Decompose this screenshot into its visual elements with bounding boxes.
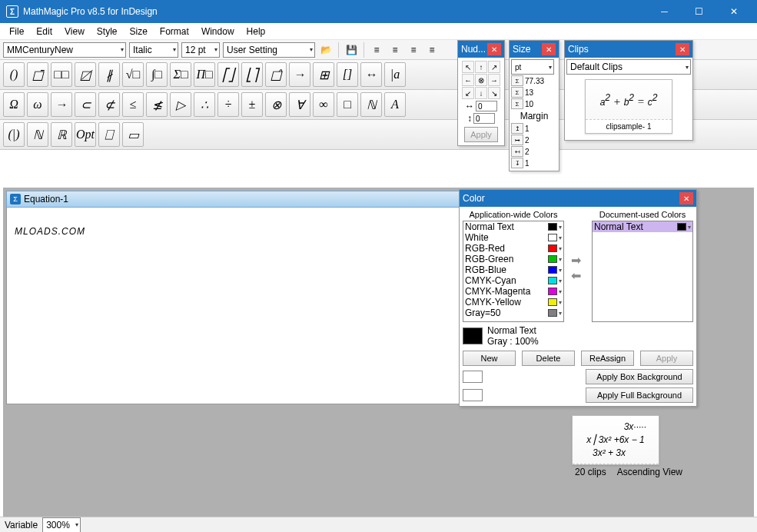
palette-button[interactable]: ⊂ — [75, 92, 96, 117]
move-left-icon[interactable]: ⬅ — [571, 268, 585, 279]
palette-button[interactable]: ∦ — [98, 62, 120, 87]
palette-button[interactable]: □□ — [51, 62, 72, 87]
align-justify-icon[interactable]: ≡ — [424, 42, 440, 58]
menu-help[interactable]: Help — [241, 25, 272, 38]
apply-full-bg-button[interactable]: Apply Full Background — [586, 387, 693, 403]
document-titlebar[interactable]: Σ Equation-1 — [6, 191, 490, 208]
palette-button[interactable]: ≰ — [146, 92, 168, 117]
size-close-icon[interactable]: ✕ — [542, 43, 556, 55]
doc-colors-list[interactable]: Normal Text▾ — [592, 221, 693, 322]
palette-button[interactable]: ⊄ — [98, 92, 120, 117]
align-center-icon[interactable]: ≡ — [387, 42, 403, 58]
color-list-item[interactable]: White▾ — [463, 232, 563, 243]
nudge-v-input[interactable] — [473, 113, 495, 124]
move-right-icon[interactable]: ➡ — [571, 253, 585, 264]
color-close-icon[interactable]: ✕ — [679, 192, 693, 204]
menu-file[interactable]: File — [3, 25, 30, 38]
palette-button[interactable]: ℕ — [360, 92, 382, 117]
palette-button[interactable]: ∀ — [289, 92, 310, 117]
menu-window[interactable]: Window — [195, 25, 241, 38]
palette-button[interactable]: ↔ — [360, 62, 382, 87]
palette-button[interactable]: ▷ — [170, 92, 191, 117]
palette-button[interactable]: ∞ — [313, 92, 334, 117]
nudge-ne-icon[interactable]: ↗ — [488, 61, 500, 73]
menu-edit[interactable]: Edit — [30, 25, 58, 38]
palette-button[interactable]: □̸ — [75, 62, 96, 87]
palette-button[interactable]: ⎣⎤ — [241, 62, 263, 87]
size-unit-dropdown[interactable]: pt — [511, 59, 554, 75]
palette-button[interactable]: → — [289, 62, 310, 87]
palette-button[interactable]: Π□ — [194, 62, 215, 87]
open-icon[interactable]: 📂 — [318, 42, 334, 58]
palette-button[interactable]: ▭ — [122, 122, 144, 147]
align-left-icon[interactable]: ≡ — [369, 42, 384, 58]
size-row-icon[interactable]: Σ — [511, 98, 523, 109]
color-reassign-button[interactable]: ReAssign — [581, 351, 634, 366]
size-row-icon[interactable]: Σ — [511, 87, 523, 98]
palette-button[interactable]: [] — [337, 62, 358, 87]
clips-set-dropdown[interactable]: Default Clips — [566, 59, 691, 75]
palette-button[interactable]: ∫□ — [146, 62, 168, 87]
margin-row-icon[interactable]: ↦ — [511, 135, 523, 145]
palette-button[interactable]: ⊞ — [313, 62, 334, 87]
nudge-apply-button[interactable]: Apply — [464, 127, 498, 142]
align-right-icon[interactable]: ≡ — [406, 42, 421, 58]
color-delete-button[interactable]: Delete — [522, 351, 575, 366]
palette-button[interactable]: □̂ — [265, 62, 287, 87]
palette-button[interactable]: √□ — [122, 62, 144, 87]
nudge-center-icon[interactable]: ⊗ — [475, 74, 487, 86]
menu-view[interactable]: View — [58, 25, 91, 38]
color-list-item[interactable]: RGB-Red▾ — [463, 243, 563, 254]
palette-button[interactable]: → — [51, 92, 72, 117]
palette-button[interactable]: ⎕ — [98, 122, 120, 147]
palette-button[interactable]: ± — [241, 92, 263, 117]
nudge-sw-icon[interactable]: ↙ — [462, 87, 474, 99]
palette-button[interactable]: □̄ — [27, 62, 48, 87]
nudge-s-icon[interactable]: ↓ — [475, 87, 487, 99]
color-apply-button[interactable]: Apply — [640, 351, 693, 366]
clips-close-icon[interactable]: ✕ — [676, 43, 689, 55]
color-list-item[interactable]: RGB-Blue▾ — [463, 264, 563, 275]
palette-button[interactable]: ω — [27, 92, 48, 117]
palette-button[interactable]: () — [3, 62, 25, 87]
color-new-button[interactable]: New — [463, 351, 516, 366]
menu-style[interactable]: Style — [91, 25, 124, 38]
maximize-button[interactable]: ☐ — [682, 0, 716, 23]
palette-button[interactable]: ℝ — [51, 122, 72, 147]
fontstyle-dropdown[interactable]: Italic — [129, 42, 178, 58]
palette-button[interactable]: □ — [337, 92, 358, 117]
palette-button[interactable]: |a — [384, 62, 406, 87]
palette-button[interactable]: ⎡⎦ — [217, 62, 239, 87]
palette-button[interactable]: ≤ — [122, 92, 144, 117]
palette-button[interactable]: ⊗ — [265, 92, 287, 117]
palette-button[interactable]: Ω — [3, 92, 25, 117]
palette-button[interactable]: (|) — [3, 122, 25, 147]
font-dropdown[interactable]: MMCenturyNew — [3, 42, 126, 58]
palette-button[interactable]: Σ□ — [170, 62, 191, 87]
nudge-titlebar[interactable]: Nud... ✕ — [458, 41, 504, 58]
zoom-dropdown[interactable]: 300% — [42, 517, 81, 533]
color-list-item[interactable]: Normal Text▾ — [463, 221, 563, 232]
clips-titlebar[interactable]: Clips ✕ — [565, 41, 692, 58]
app-colors-list[interactable]: Normal Text▾White▾RGB-Red▾RGB-Green▾RGB-… — [463, 221, 564, 322]
size-titlebar[interactable]: Size ✕ — [510, 41, 559, 58]
minimize-button[interactable]: ─ — [647, 0, 682, 23]
preset-dropdown[interactable]: User Setting — [223, 42, 315, 58]
document-editor[interactable]: MLOADS.COM ▴ ▾ — [6, 208, 490, 404]
color-titlebar[interactable]: Color ✕ — [460, 190, 696, 207]
nudge-se-icon[interactable]: ↘ — [488, 87, 500, 99]
clip-tile[interactable]: a2 + b2 = c2 clipsample- 1 — [585, 79, 672, 134]
palette-button[interactable]: ÷ — [217, 92, 239, 117]
nudge-e-icon[interactable]: → — [488, 74, 500, 86]
nudge-n-icon[interactable]: ↑ — [475, 61, 487, 73]
box-bg-swatch[interactable] — [463, 371, 483, 383]
close-button[interactable]: ✕ — [716, 0, 751, 23]
nudge-nw-icon[interactable]: ↖ — [462, 61, 474, 73]
clip-tile[interactable]: 3x····· x⎟ 3x² +6x − 1 3x² + 3x — [572, 415, 659, 465]
size-row-icon[interactable]: Σ — [511, 75, 523, 86]
color-list-item[interactable]: CMYK-Yellow▾ — [463, 297, 563, 308]
color-list-item[interactable]: CMYK-Cyan▾ — [463, 275, 563, 286]
palette-button[interactable]: Opt — [75, 122, 96, 147]
color-list-item[interactable]: RGB-Green▾ — [463, 254, 563, 264]
palette-button[interactable]: ∴ — [194, 92, 215, 117]
